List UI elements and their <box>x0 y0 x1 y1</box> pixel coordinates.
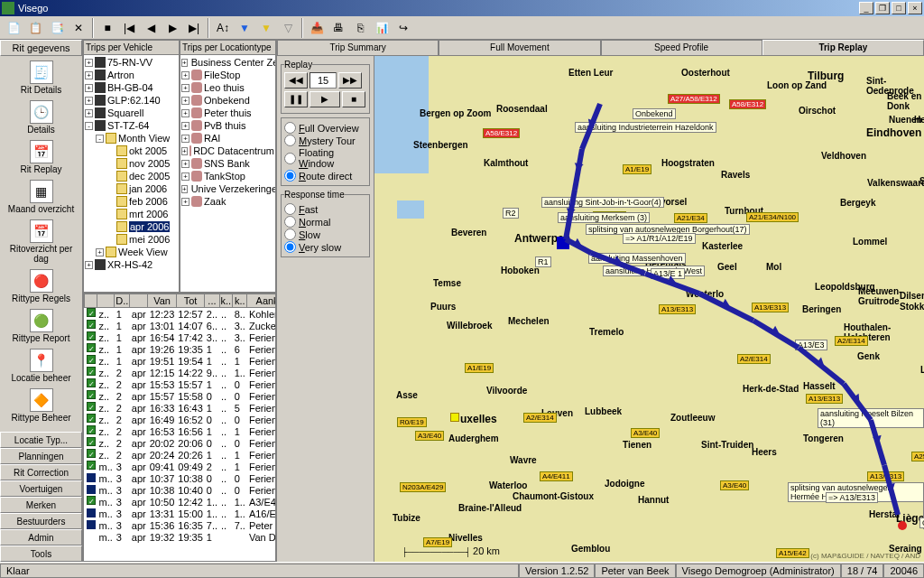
nav-bottom-voertuigen[interactable]: Voertuigen <box>0 480 82 497</box>
nav-details[interactable]: 🕒Details <box>2 98 80 137</box>
nav-bottom-locatie-typ-[interactable]: Locatie Typ... <box>0 432 82 448</box>
radio-input[interactable] <box>284 241 296 253</box>
tree-node[interactable]: +FileStop <box>181 69 274 81</box>
table-row[interactable]: m..3apr13:3115:001....1..A16/E19 <box>85 508 277 519</box>
table-row[interactable]: z..2apr15:5315:571..0Feriendorf H <box>85 378 277 390</box>
col-header[interactable]: D.. <box>115 294 130 308</box>
col-header[interactable]: k.. <box>233 294 247 308</box>
table-row[interactable]: z..1apr19:5119:541..1Feriendorf H <box>85 355 277 367</box>
close-button[interactable]: × <box>908 2 922 14</box>
radio-full-overview[interactable]: Full Overview <box>284 122 366 134</box>
col-header[interactable]: k.. <box>219 294 233 308</box>
expand-icon[interactable]: + <box>181 160 189 168</box>
expand-icon[interactable]: + <box>181 84 189 92</box>
nav-ritoverzicht-per-dag[interactable]: 📅Ritoverzicht per dag <box>2 217 80 266</box>
tree-node[interactable]: +GLP:62.140 <box>85 94 178 107</box>
play-button[interactable]: ▶ <box>310 91 340 107</box>
table-row[interactable]: m..3apr10:3810:400..0Feriendorf H <box>85 484 277 496</box>
toolbar-btn-10[interactable]: ▼ <box>235 18 254 38</box>
pause-button[interactable]: ❚❚ <box>284 91 308 107</box>
toolbar-btn-9[interactable]: A↕ <box>213 18 233 38</box>
nav-rittype-report[interactable]: 🟢Rittype Report <box>2 306 80 346</box>
minimize-button[interactable]: _ <box>859 2 873 14</box>
nav-rittype-beheer[interactable]: 🔶Rittype Beheer <box>2 386 80 425</box>
tree-node[interactable]: +BH-GB-04 <box>85 81 178 94</box>
toolbar-btn-12[interactable]: ▽ <box>278 18 298 38</box>
nav-bottom-planningen[interactable]: Planningen <box>0 448 82 464</box>
tree-node[interactable]: +XR-HS-42 <box>85 258 178 271</box>
radio-route-direct[interactable]: Route direct <box>284 170 366 182</box>
table-row[interactable]: m..3apr10:3710:380..0Feriendorf H <box>85 472 277 484</box>
tab-trip-summary[interactable]: Trip Summary <box>277 40 439 55</box>
nav-locatie-beheer[interactable]: 📍Locatie beheer <box>2 346 80 386</box>
radio-floating-window[interactable]: Floating Window <box>284 147 366 169</box>
table-row[interactable]: z..1apr16:5417:423....3..Feriendorf H <box>85 331 277 343</box>
radio-input[interactable] <box>284 216 296 228</box>
radio-input[interactable] <box>284 153 296 164</box>
toolbar-btn-14[interactable]: 🖶 <box>328 18 348 38</box>
tree-node[interactable]: okt 2005 <box>85 144 178 157</box>
col-header[interactable] <box>130 294 148 308</box>
table-row[interactable]: z..1apr12:2312:572....8..Kohlenstr. 54 <box>85 308 277 321</box>
tree-node[interactable]: +PvB thuis <box>181 119 274 132</box>
nav-maand-overzicht[interactable]: ▦Maand overzicht <box>2 177 80 217</box>
tree-node[interactable]: +Leo thuis <box>181 81 274 94</box>
expand-icon[interactable]: + <box>85 97 93 105</box>
toolbar-btn-5[interactable]: |◀ <box>119 18 139 38</box>
expand-icon[interactable]: + <box>181 172 189 181</box>
tree-node[interactable]: +Unive Verzekeringen <box>181 182 274 195</box>
table-row[interactable]: z..2apr20:0220:060..0Feriendorf H <box>85 437 277 449</box>
stop-button[interactable]: ■ <box>342 91 365 107</box>
tree-node[interactable]: +TankStop <box>181 170 274 182</box>
tree-node[interactable]: -Month View <box>85 132 178 144</box>
toolbar-btn-8[interactable]: ▶| <box>184 18 204 38</box>
expand-icon[interactable]: + <box>181 97 189 105</box>
expand-icon[interactable]: - <box>85 122 93 130</box>
expand-icon[interactable]: + <box>181 135 189 143</box>
tab-trip-replay[interactable]: Trip Replay <box>762 40 924 55</box>
table-row[interactable]: m..3apr10:5012:421....1..A3/E40 463 <box>85 496 277 508</box>
tree-node[interactable]: +Onbekend <box>181 94 274 107</box>
toolbar-btn-15[interactable]: ⎘ <box>350 18 370 38</box>
table-row[interactable]: m..3apr15:3616:357....7..Peter van Be <box>85 519 277 531</box>
expand-icon[interactable]: - <box>96 135 104 143</box>
left-nav-header[interactable]: Rit gegevens <box>0 40 82 56</box>
expand-icon[interactable]: + <box>181 198 189 206</box>
tree-node[interactable]: +RDC Datacentrum <box>181 144 274 157</box>
tree-node[interactable]: +Squarell <box>85 107 178 119</box>
col-header[interactable]: ... <box>205 294 219 308</box>
toolbar-btn-11[interactable]: ▼ <box>256 18 276 38</box>
expand-icon[interactable]: + <box>181 59 188 67</box>
table-row[interactable]: m..3apr09:4109:492..1Feriendorf H <box>85 461 277 472</box>
toolbar-btn-16[interactable]: 📊 <box>372 18 392 38</box>
toolbar-btn-0[interactable]: 📄 <box>4 18 23 38</box>
expand-icon[interactable]: + <box>85 109 93 117</box>
expand-icon[interactable]: + <box>96 248 104 256</box>
toolbar-btn-13[interactable]: 📥 <box>307 18 327 38</box>
expand-icon[interactable]: + <box>85 261 93 269</box>
tree-node[interactable]: jan 2006 <box>85 182 178 195</box>
toolbar-btn-6[interactable]: ◀ <box>141 18 161 38</box>
table-row[interactable]: z..2apr16:4916:520..0Feriendorf H <box>85 414 277 425</box>
table-row[interactable]: z..2apr12:1514:229....1..Feriendorf H <box>85 367 277 378</box>
ffwd-button[interactable]: ▶▶ <box>338 72 362 89</box>
toolbar-btn-1[interactable]: 📋 <box>25 18 45 38</box>
expand-icon[interactable]: + <box>85 71 93 79</box>
expand-icon[interactable]: + <box>85 59 93 67</box>
nav-bottom-rit-correction[interactable]: Rit Correction <box>0 464 82 480</box>
tree-node[interactable]: -ST-TZ-64 <box>85 119 178 132</box>
expand-icon[interactable]: + <box>181 185 188 193</box>
radio-input[interactable] <box>284 228 296 240</box>
tree-node[interactable]: +75-RN-VV <box>85 56 178 69</box>
radio-slow[interactable]: Slow <box>284 228 366 240</box>
radio-fast[interactable]: Fast <box>284 203 366 215</box>
tab-full-movement[interactable]: Full Movement <box>439 40 600 55</box>
expand-icon[interactable]: + <box>181 122 189 130</box>
col-header[interactable] <box>97 294 115 308</box>
trip-grid[interactable]: D..VanTot...k..k..Aankomstz..1apr12:2312… <box>83 293 276 562</box>
col-header[interactable]: Tot <box>176 294 205 308</box>
tree-node[interactable]: +RAI <box>181 132 274 144</box>
nav-rittype-regels[interactable]: 🔴Rittype Regels <box>2 266 80 306</box>
tab-speed-profile[interactable]: Speed Profile <box>601 40 762 55</box>
toolbar-btn-3[interactable]: ✕ <box>69 18 88 38</box>
